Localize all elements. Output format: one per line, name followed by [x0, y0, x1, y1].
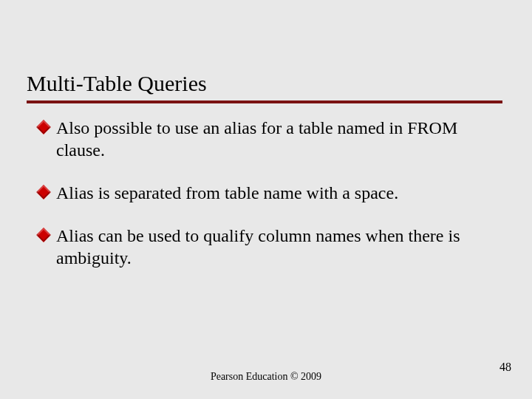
diamond-bullet-icon [36, 228, 51, 242]
bullet-text: Alias can be used to qualify column name… [56, 225, 497, 269]
slide-title: Multi-Table Queries [27, 71, 207, 96]
bullet-list: Also possible to use an alias for a tabl… [38, 117, 497, 290]
title-underline [27, 100, 502, 103]
list-item: Also possible to use an alias for a tabl… [38, 117, 497, 161]
list-item: Alias can be used to qualify column name… [38, 225, 497, 269]
list-item: Alias is separated from table name with … [38, 182, 497, 204]
bullet-text: Also possible to use an alias for a tabl… [56, 117, 497, 161]
page-number: 48 [499, 361, 511, 374]
slide: Multi-Table Queries Also possible to use… [0, 0, 532, 399]
diamond-bullet-icon [36, 185, 51, 200]
bullet-text: Alias is separated from table name with … [56, 182, 398, 204]
footer-text: Pearson Education © 2009 [0, 371, 532, 383]
diamond-bullet-icon [36, 120, 51, 134]
